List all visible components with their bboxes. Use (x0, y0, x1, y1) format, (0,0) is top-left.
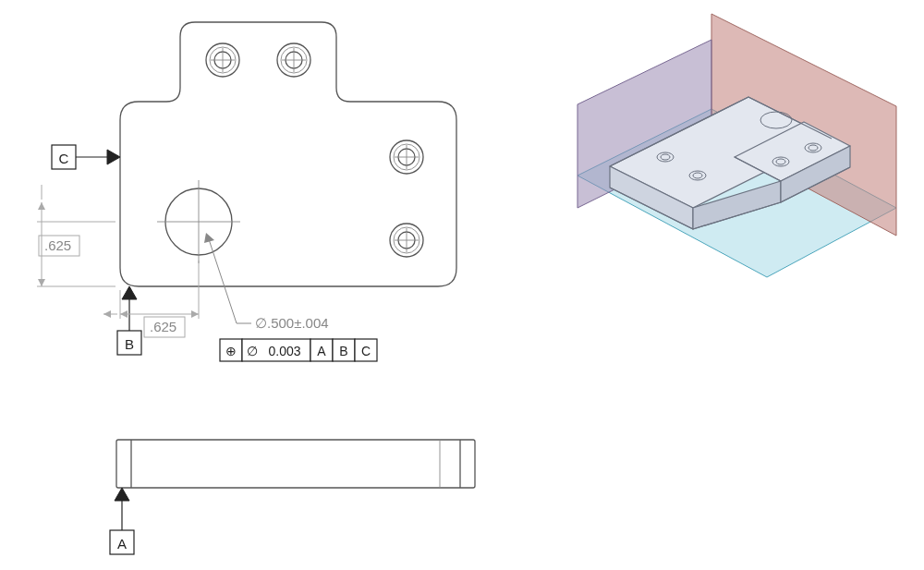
svg-marker-32 (38, 202, 45, 210)
big-hole (157, 180, 240, 263)
svg-text:B: B (339, 344, 347, 358)
hole-callout: ∅.500±.004 (204, 233, 329, 331)
svg-text:C: C (59, 151, 69, 166)
front-view: A (110, 440, 475, 554)
cbore-top-left (206, 43, 239, 77)
cbore-right-upper (390, 140, 423, 174)
svg-marker-23 (107, 150, 120, 164)
iso-view (578, 14, 896, 277)
svg-text:A: A (317, 344, 326, 358)
svg-marker-45 (103, 310, 111, 318)
datum-c: C (52, 145, 120, 169)
svg-text:.625: .625 (150, 319, 176, 334)
svg-line-48 (208, 236, 237, 323)
dim-horizontal: .625 (103, 261, 199, 337)
svg-marker-41 (191, 310, 199, 318)
cbore-right-lower (390, 224, 423, 257)
svg-text:C: C (361, 344, 371, 358)
svg-text:∅.500±.004: ∅.500±.004 (255, 315, 329, 331)
svg-text:⊕: ⊕ (225, 344, 237, 358)
svg-marker-33 (38, 279, 45, 286)
feature-control-frame: ⊕ ∅ 0.003 A B C (220, 339, 377, 361)
svg-text:.625: .625 (44, 237, 71, 253)
svg-marker-40 (120, 310, 128, 318)
drawing-canvas: C B .625 (0, 0, 924, 570)
datum-b: B (117, 286, 141, 355)
svg-text:∅: ∅ (247, 344, 258, 358)
svg-rect-63 (116, 440, 475, 488)
svg-text:A: A (117, 536, 127, 552)
svg-text:0.003: 0.003 (268, 344, 300, 358)
top-view: C B .625 (37, 22, 456, 361)
datum-a: A (110, 488, 134, 554)
cbore-top-right (277, 43, 310, 77)
svg-marker-50 (204, 233, 214, 243)
svg-marker-27 (122, 286, 137, 299)
svg-text:B: B (125, 336, 134, 352)
svg-marker-67 (115, 488, 129, 501)
dim-vertical: .625 (37, 185, 116, 286)
